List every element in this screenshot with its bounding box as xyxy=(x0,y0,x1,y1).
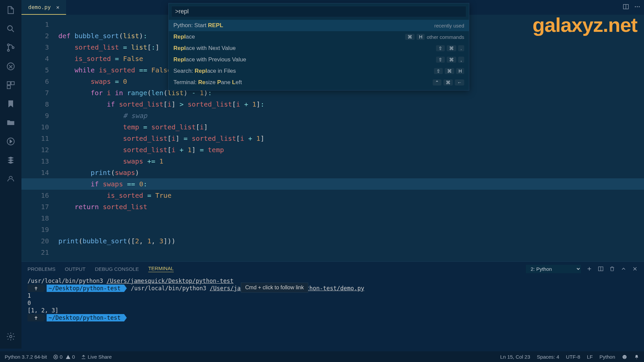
line-number: 7 xyxy=(21,87,49,99)
status-liveshare[interactable]: Live Share xyxy=(81,354,112,360)
keyboard-shortcut: ⌘ xyxy=(405,34,415,40)
command-label: Replace with Next Value xyxy=(173,45,236,52)
command-item[interactable]: Search: Replace in Files⇧⌘H xyxy=(169,65,469,77)
prompt-path: ~/Desktop/python-test xyxy=(47,285,124,292)
status-python-version[interactable]: Python 3.7.2 64-bit xyxy=(5,354,47,360)
code-line[interactable]: print(swaps) xyxy=(58,167,644,178)
code-line[interactable]: # swap xyxy=(58,110,644,121)
explorer-icon[interactable] xyxy=(5,4,17,16)
status-problems[interactable]: 0 0 xyxy=(53,354,75,360)
command-input[interactable]: >repl xyxy=(171,6,466,17)
close-icon[interactable]: ✕ xyxy=(56,4,59,10)
terminal-output: [1, 2, 3] xyxy=(28,307,638,314)
command-palette: >repl Python: Start REPLrecently usedRep… xyxy=(168,3,469,90)
status-language[interactable]: Python xyxy=(599,354,615,360)
command-meta: ⇧⌘H xyxy=(434,68,464,74)
code-line[interactable]: swaps += 1 xyxy=(58,156,644,167)
code-line[interactable] xyxy=(58,247,644,258)
keyboard-shortcut: ⌘ xyxy=(443,79,453,85)
svg-rect-5 xyxy=(7,82,10,85)
svg-point-13 xyxy=(639,6,640,7)
panel-tab-output[interactable]: OUTPUT xyxy=(65,266,86,272)
folder-icon[interactable] xyxy=(5,117,17,129)
keyboard-shortcut: , xyxy=(458,57,464,63)
pets-icon[interactable] xyxy=(5,173,17,185)
code-line[interactable] xyxy=(58,224,644,235)
settings-icon[interactable] xyxy=(5,330,17,343)
prompt-path: ~/Desktop/python-test xyxy=(47,314,124,321)
close-panel-icon[interactable] xyxy=(632,266,638,272)
line-number: 8 xyxy=(21,99,49,110)
svg-point-2 xyxy=(7,49,9,51)
keyboard-shortcut: ← xyxy=(455,79,464,85)
line-number: 18 xyxy=(21,213,49,224)
command-item[interactable]: Python: Start REPLrecently used xyxy=(169,20,469,31)
new-terminal-icon[interactable] xyxy=(586,266,592,272)
line-number: 2 xyxy=(21,30,49,42)
line-number: 13 xyxy=(21,156,49,167)
more-icon[interactable] xyxy=(634,3,641,11)
line-number: 6 xyxy=(21,76,49,87)
command-meta: ⇧⌘, xyxy=(436,57,464,63)
bell-icon[interactable] xyxy=(634,354,639,360)
status-encoding[interactable]: UTF-8 xyxy=(566,354,580,360)
code-line[interactable]: is_sorted = True xyxy=(58,190,644,201)
code-line[interactable]: sorted_list[i] = sorted_list[i + 1] xyxy=(58,133,644,144)
status-cursor-pos[interactable]: Ln 15, Col 23 xyxy=(500,354,530,360)
extensions-icon[interactable] xyxy=(5,79,17,91)
code-line[interactable]: print(bubble_sort([2, 1, 3])) xyxy=(58,235,644,247)
trash-icon[interactable] xyxy=(609,266,615,272)
chevron-up-icon[interactable] xyxy=(621,266,627,272)
command-item[interactable]: Replace with Previous Value⇧⌘, xyxy=(169,54,469,65)
svg-point-0 xyxy=(8,26,12,31)
status-indent[interactable]: Spaces: 4 xyxy=(537,354,559,360)
command-item[interactable]: Replace⌘Hother commands xyxy=(169,31,469,43)
line-number: 21 xyxy=(21,247,49,258)
line-number: 20 xyxy=(21,235,49,247)
code-line[interactable]: temp = sorted_list[i] xyxy=(58,121,644,133)
source-control-icon[interactable] xyxy=(5,42,17,54)
terminal-body[interactable]: /usr/local/bin/python3 /Users/jamesquick… xyxy=(21,276,644,323)
stack-icon[interactable] xyxy=(5,154,17,166)
bookmark-icon[interactable] xyxy=(5,98,17,110)
code-line[interactable]: if swaps == 0: xyxy=(58,178,644,190)
terminal-select[interactable]: 2: Python xyxy=(526,265,581,273)
refresh-circle-icon[interactable] xyxy=(5,135,17,147)
status-eol[interactable]: LF xyxy=(587,354,593,360)
terminal-link[interactable]: /Users/jamesquick/Desktop/python-test xyxy=(106,278,233,284)
panel-tab-terminal[interactable]: TERMINAL xyxy=(148,265,174,272)
prompt-git-icon: ✝ xyxy=(28,285,43,292)
split-terminal-icon[interactable] xyxy=(598,266,604,272)
panel-actions: 2: Python xyxy=(526,265,638,273)
line-number: 17 xyxy=(21,201,49,213)
panel-tab-debug-console[interactable]: DEBUG CONSOLE xyxy=(95,266,139,272)
line-number: 5 xyxy=(21,64,49,76)
svg-point-17 xyxy=(624,356,624,357)
command-item[interactable]: Replace with Next Value⇧⌘. xyxy=(169,43,469,54)
feedback-icon[interactable] xyxy=(622,354,627,360)
command-list: Python: Start REPLrecently usedReplace⌘H… xyxy=(169,20,469,90)
keyboard-shortcut: . xyxy=(458,45,464,51)
code-line[interactable]: sorted_list[i + 1] = temp xyxy=(58,144,644,156)
tab-demo-py[interactable]: demo.py ✕ xyxy=(21,0,66,15)
command-label: Replace xyxy=(173,34,195,40)
debug-icon[interactable] xyxy=(5,60,17,72)
svg-point-12 xyxy=(637,6,638,7)
panel-tab-problems[interactable]: PROBLEMS xyxy=(28,266,55,272)
keyboard-shortcut: H xyxy=(456,68,464,74)
split-editor-icon[interactable] xyxy=(623,3,629,11)
terminal-text: /usr/local/bin/python3 xyxy=(131,285,206,292)
command-meta: ⌘Hother commands xyxy=(405,34,464,40)
activity-bar xyxy=(0,0,21,349)
editor-actions xyxy=(623,3,641,11)
line-number: 16 xyxy=(21,190,49,201)
command-item[interactable]: Terminal: Resize Pane Left⌃⌘← xyxy=(169,77,469,88)
code-line[interactable]: return sorted_list xyxy=(58,201,644,213)
search-icon[interactable] xyxy=(5,23,17,35)
command-label: Replace with Previous Value xyxy=(173,56,246,63)
line-number: 3 xyxy=(21,42,49,53)
svg-point-1 xyxy=(7,44,9,46)
command-label: Search: Replace in Files xyxy=(173,68,236,74)
code-line[interactable] xyxy=(58,213,644,224)
code-line[interactable]: if sorted_list[i] > sorted_list[i + 1]: xyxy=(58,99,644,110)
